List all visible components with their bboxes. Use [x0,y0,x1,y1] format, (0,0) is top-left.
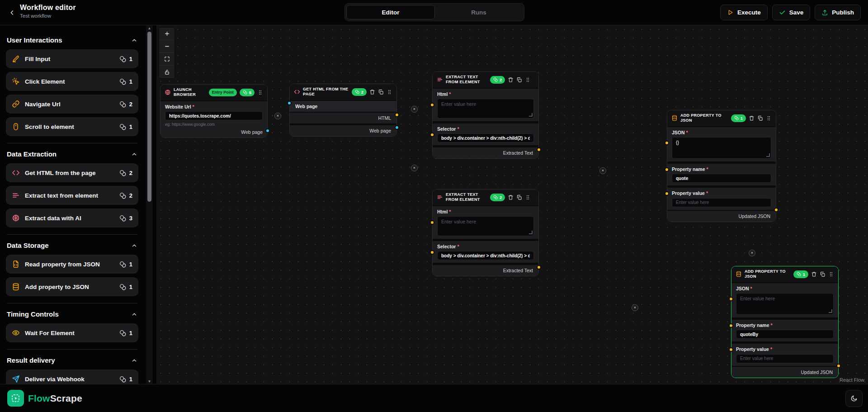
output-handle-updated-json[interactable] [836,364,841,368]
trash-icon[interactable] [749,115,755,121]
sidebar-item-read-property[interactable]: Read property from JSON 1 [6,255,138,274]
sidebar-item-navigate-url[interactable]: Navigate Url 2 [6,95,138,114]
node-get-html[interactable]: GET HTML FROM THE PAGE 2 Web page HTML W… [289,84,397,137]
node-add-property-2[interactable]: ADD PROPERTY TO JSON 1 JSON* Property na… [731,266,839,378]
publish-button[interactable]: Publish [815,5,861,20]
node-add-property-1[interactable]: ADD PROPERTY TO JSON 1 JSON* {} Property… [667,110,776,222]
node-header[interactable]: EXTRACT TEXT FROM ELEMENT 2 [433,189,538,205]
edge-delete-button[interactable]: × [411,165,418,171]
copy-icon[interactable] [378,89,384,95]
sidebar-item-wait-for-element[interactable]: Wait For Element 1 [6,323,138,342]
property-value-input[interactable] [736,354,834,363]
fit-view-button[interactable] [159,53,175,66]
node-header[interactable]: GET HTML FROM THE PAGE 2 [290,84,396,100]
grip-icon[interactable] [257,90,263,95]
json-textarea[interactable]: {} [672,137,771,159]
node-extract-text-1[interactable]: EXTRACT TEXT FROM ELEMENT 2 Html* Select… [432,71,539,159]
zoom-in-button[interactable] [159,28,175,40]
lock-button[interactable] [159,66,175,78]
html-textarea[interactable] [437,99,534,118]
input-handle-selector[interactable] [430,250,434,255]
input-handle-selector[interactable] [430,133,434,137]
theme-toggle-button[interactable] [845,390,863,407]
node-header[interactable]: ADD PROPERTY TO JSON 1 [731,266,838,282]
input-handle-json[interactable] [729,297,733,301]
website-url-input[interactable] [165,111,263,120]
output-handle-web-page[interactable] [265,128,270,133]
selector-input[interactable] [437,251,534,260]
output-handle-updated-json[interactable] [774,208,778,212]
credits-badge: 2 [490,194,505,201]
sidebar-item-fill-input[interactable]: Fill Input 1 [6,49,138,68]
json-textarea[interactable] [736,293,834,315]
scrollbar-thumb[interactable] [147,32,151,202]
property-name-input[interactable] [736,330,834,339]
grip-icon[interactable] [525,194,531,200]
section-header-user-interactions[interactable]: User Interactions [7,36,137,44]
flow-canvas[interactable]: × × × × × × LAUNCH BROWSER Entry Point 5 [156,25,868,384]
copy-icon[interactable] [516,194,522,200]
input-handle-html[interactable] [430,103,434,107]
section-header-data-storage[interactable]: Data Storage [7,242,137,249]
edge-delete-button[interactable]: × [632,304,638,311]
copy-icon[interactable] [516,77,522,83]
sidebar-item-add-property[interactable]: Add property to JSON 1 [6,277,138,296]
edge-delete-button[interactable]: × [599,167,606,174]
trash-icon[interactable] [508,194,514,200]
zoom-out-button[interactable] [159,40,175,53]
scroll-up-arrow[interactable]: ▲ [146,25,153,31]
section-header-data-extraction[interactable]: Data Extraction [7,150,137,158]
input-handle-property-value[interactable] [729,347,733,352]
trash-icon[interactable] [369,89,375,95]
node-title: ADD PROPERTY TO JSON [745,269,791,279]
input-handle-property-value[interactable] [665,191,669,196]
output-label-updated-json: Updated JSON [667,211,776,222]
property-name-input[interactable] [672,174,771,183]
node-header[interactable]: EXTRACT TEXT FROM ELEMENT 2 [433,72,538,88]
node-extract-text-2[interactable]: EXTRACT TEXT FROM ELEMENT 2 Html* Select… [432,189,539,276]
edge-delete-button[interactable]: × [749,250,755,256]
sidebar-item-extract-ai[interactable]: Extract data with AI 3 [6,208,138,227]
section-title: Timing Controls [7,310,59,318]
trash-icon[interactable] [811,271,817,277]
edge-delete-button[interactable]: × [274,113,281,119]
sidebar-item-click-element[interactable]: Click Element 1 [6,72,138,91]
sidebar-item-scroll-to-element[interactable]: Scroll to element 1 [6,117,138,136]
output-handle-extracted-text[interactable] [537,265,541,270]
sidebar-item-extract-text[interactable]: Extract text from element 2 [6,186,138,205]
tab-editor[interactable]: Editor [346,5,435,19]
credits-count: 2 [129,192,132,199]
section-header-timing-controls[interactable]: Timing Controls [7,310,137,318]
selector-input[interactable] [437,133,534,142]
html-textarea[interactable] [437,216,534,236]
output-handle-html[interactable] [395,113,399,117]
section-header-result-delivery[interactable]: Result delivery [7,356,137,364]
sidebar-item-get-html[interactable]: Get HTML from the page 2 [6,163,138,182]
grip-icon[interactable] [387,89,392,95]
input-handle-property-name[interactable] [665,167,669,172]
grip-icon[interactable] [525,77,531,83]
input-handle-web-page[interactable] [287,101,292,105]
node-header[interactable]: ADD PROPERTY TO JSON 1 [667,110,776,126]
output-handle-web-page[interactable] [395,125,399,130]
grip-icon[interactable] [828,271,834,277]
input-handle-html[interactable] [430,220,434,225]
scroll-down-arrow[interactable]: ▼ [146,379,153,384]
property-value-input[interactable] [672,198,771,207]
copy-icon[interactable] [820,271,826,277]
copy-icon[interactable] [757,115,763,121]
execute-button[interactable]: Execute [720,5,768,20]
tab-runs[interactable]: Runs [435,5,523,19]
sidebar-item-deliver-webhook[interactable]: Deliver via Webhook 1 [6,369,138,384]
input-handle-json[interactable] [665,141,669,145]
field-label: Property name* [736,322,834,328]
input-handle-property-name[interactable] [729,323,733,328]
edge-delete-button[interactable]: × [411,106,418,113]
node-header[interactable]: LAUNCH BROWSER Entry Point 5 [160,85,267,100]
save-button[interactable]: Save [772,5,811,20]
grip-icon[interactable] [766,115,772,121]
output-handle-extracted-text[interactable] [537,147,541,152]
trash-icon[interactable] [508,77,514,83]
back-button[interactable] [6,7,18,19]
node-launch-browser[interactable]: LAUNCH BROWSER Entry Point 5 Website Url… [160,84,268,138]
